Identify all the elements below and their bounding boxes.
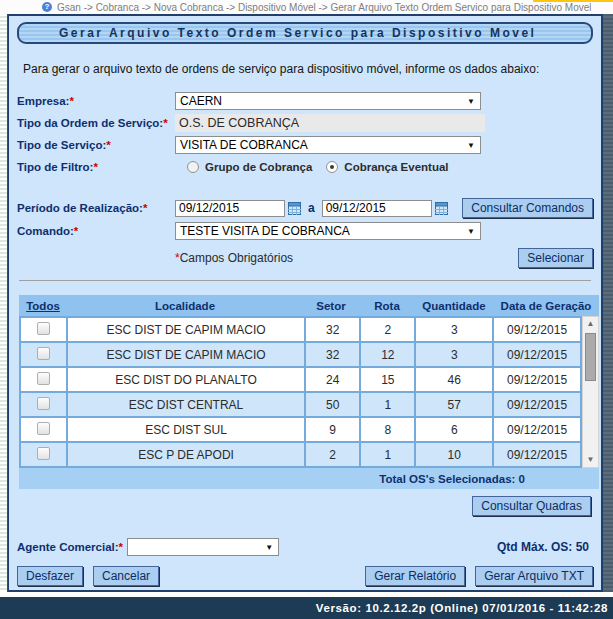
os-table-header: Todos Localidade Setor Rota Quantidade D… <box>19 295 599 316</box>
row-actions: Desfazer Cancelar Gerar Relatório Gerar … <box>17 566 593 586</box>
table-scrollbar[interactable]: ▲ ▼ <box>582 316 599 468</box>
tipo-ordem-field: O.S. DE COBRANÇA <box>175 114 485 132</box>
scroll-down-icon[interactable]: ▼ <box>587 453 595 467</box>
left-striped-gutter <box>0 14 8 592</box>
desfazer-button[interactable]: Desfazer <box>17 566 83 586</box>
version-bar: Versão: 10.2.12.2p (Online) 07/01/2016 -… <box>0 597 613 619</box>
empresa-select[interactable]: CAERN ▼ <box>175 92 481 110</box>
breadcrumb-bar: ? Gsan -> Cobranca -> Nova Cobranca -> D… <box>0 0 613 14</box>
row-agente-comercial: Agente Comercial:* ▼ Qtd Máx. OS: 50 <box>17 538 593 556</box>
version-text: Versão: 10.2.12.2p (Online) 07/01/2016 -… <box>316 602 608 614</box>
row-checkbox[interactable] <box>37 397 50 410</box>
radio-grupo-cobranca-label: Grupo de Cobrança <box>205 161 312 173</box>
col-rota: Rota <box>359 300 415 312</box>
calendar-icon[interactable] <box>435 202 448 215</box>
comando-label: Comando:* <box>17 225 175 237</box>
chevron-down-icon: ▼ <box>467 97 475 106</box>
row-checkbox[interactable] <box>37 372 50 385</box>
table-row: ESC DIST CENTRAL 50 1 57 09/12/2015 <box>21 393 580 416</box>
os-table-body: ESC DIST DE CAPIM MACIO 32 2 3 09/12/201… <box>19 316 599 468</box>
row-consultar-quadras: Consultar Quadras <box>17 496 593 516</box>
gerar-relatorio-button[interactable]: Gerar Relatório <box>365 566 465 586</box>
table-row: ESC DIST SUL 9 8 6 09/12/2015 <box>21 418 580 441</box>
campos-obrigatorios-note: *Campos Obrigatórios <box>175 251 293 265</box>
todos-link[interactable]: Todos <box>19 300 67 312</box>
agente-comercial-label: Agente Comercial:* <box>17 541 123 553</box>
top-highlight-strip <box>533 0 613 2</box>
col-setor: Setor <box>303 300 359 312</box>
comando-select-value: TESTE VISITA DE COBRANCA <box>180 224 350 238</box>
row-campos-obrigatorios: *Campos Obrigatórios Selecionar <box>17 248 593 268</box>
calendar-icon[interactable] <box>288 202 301 215</box>
chevron-down-icon: ▼ <box>265 543 273 552</box>
tipo-servico-label: Tipo de Serviço:* <box>17 139 175 151</box>
col-data-geracao: Data de Geração <box>493 300 599 312</box>
radio-cobranca-eventual-label: Cobrança Eventual <box>344 161 448 173</box>
table-row: ESC P DE APODI 2 1 10 09/12/2015 <box>21 443 580 466</box>
gsan-page: ? Gsan -> Cobranca -> Nova Cobranca -> D… <box>0 0 613 619</box>
row-tipo-ordem: Tipo da Ordem de Serviço:* O.S. DE COBRA… <box>17 114 593 132</box>
row-checkbox[interactable] <box>37 447 50 460</box>
empresa-select-value: CAERN <box>180 94 222 108</box>
consultar-comandos-button[interactable]: Consultar Comandos <box>462 198 593 218</box>
periodo-connector: a <box>308 201 315 215</box>
help-icon[interactable]: ? <box>42 2 52 12</box>
agente-comercial-select[interactable]: ▼ <box>127 538 279 556</box>
periodo-fim-input[interactable] <box>322 200 432 217</box>
comando-select[interactable]: TESTE VISITA DE COBRANCA ▼ <box>175 222 481 240</box>
table-row: ESC DIST DE CAPIM MACIO 32 12 3 09/12/20… <box>21 343 580 366</box>
periodo-label: Período de Realização:* <box>17 202 175 214</box>
table-row: ESC DIST DO PLANALTO 24 15 46 09/12/2015 <box>21 368 580 391</box>
col-quantidade: Quantidade <box>415 300 493 312</box>
breadcrumb: Gsan -> Cobranca -> Nova Cobranca -> Dis… <box>57 2 591 13</box>
row-empresa: Empresa:* CAERN ▼ <box>17 92 593 110</box>
row-checkbox[interactable] <box>37 347 50 360</box>
chevron-down-icon: ▼ <box>467 141 475 150</box>
divider <box>19 280 591 281</box>
row-tipo-filtro: Tipo de Filtro:* Grupo de Cobrança Cobra… <box>17 158 593 176</box>
page-description: Para gerar o arquivo texto de ordens de … <box>23 62 589 76</box>
tipo-ordem-label: Tipo da Ordem de Serviço:* <box>17 117 175 129</box>
chevron-down-icon: ▼ <box>467 227 475 236</box>
tipo-servico-select[interactable]: VISITA DE COBRANCA ▼ <box>175 136 481 154</box>
os-table: Todos Localidade Setor Rota Quantidade D… <box>19 295 599 489</box>
row-checkbox[interactable] <box>37 322 50 335</box>
table-row: ESC DIST DE CAPIM MACIO 32 2 3 09/12/201… <box>21 318 580 341</box>
row-tipo-servico: Tipo de Serviço:* VISITA DE COBRANCA ▼ <box>17 136 593 154</box>
row-comando: Comando:* TESTE VISITA DE COBRANCA ▼ <box>17 222 593 240</box>
form: Empresa:* CAERN ▼ Tipo da Ordem de Servi… <box>17 92 593 586</box>
cancelar-button[interactable]: Cancelar <box>93 566 159 586</box>
consultar-quadras-button[interactable]: Consultar Quadras <box>472 496 591 516</box>
qtd-max-os: Qtd Máx. OS: 50 <box>497 540 593 554</box>
selecionar-button[interactable]: Selecionar <box>518 248 593 268</box>
tipo-filtro-label: Tipo de Filtro:* <box>17 161 175 173</box>
tipo-servico-select-value: VISITA DE COBRANCA <box>180 138 308 152</box>
scrollbar-thumb[interactable] <box>585 333 596 381</box>
radio-grupo-cobranca[interactable] <box>187 161 199 173</box>
col-localidade: Localidade <box>67 300 303 312</box>
radio-cobranca-eventual[interactable] <box>326 161 338 173</box>
total-selecionadas: Total OS's Selecionadas: 0 <box>19 468 599 489</box>
empresa-label: Empresa:* <box>17 95 175 107</box>
gerar-arquivo-txt-button[interactable]: Gerar Arquivo TXT <box>475 566 593 586</box>
periodo-inicio-input[interactable] <box>175 200 285 217</box>
row-checkbox[interactable] <box>37 422 50 435</box>
page-title: Gerar Arquivo Texto Ordem Servico para D… <box>17 22 593 44</box>
scroll-up-icon[interactable]: ▲ <box>587 317 595 331</box>
frame-shadow <box>603 14 613 592</box>
content-frame: Gerar Arquivo Texto Ordem Servico para D… <box>8 14 603 592</box>
main-area: Gerar Arquivo Texto Ordem Servico para D… <box>0 14 613 597</box>
row-periodo: Período de Realização:* a Consultar Coma… <box>17 198 593 218</box>
